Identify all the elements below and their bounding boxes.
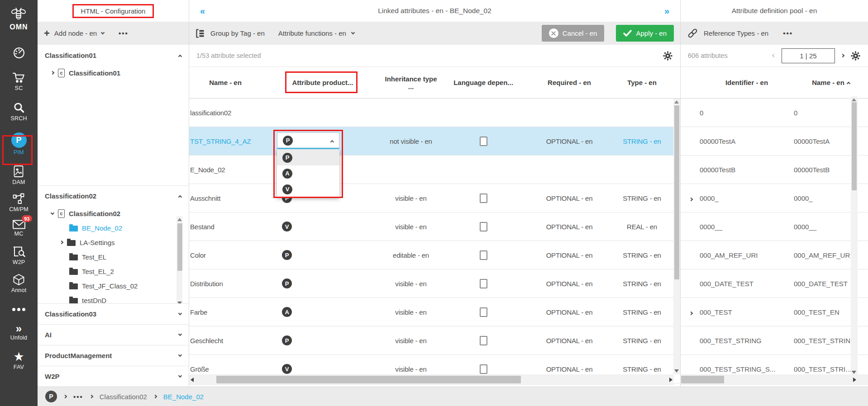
table-row[interactable]: Bestand V visible - en OPTIONAL - en REA… (189, 212, 680, 241)
collapse-right-button[interactable]: » (664, 6, 669, 16)
gear-icon[interactable] (850, 51, 861, 61)
column-header-required[interactable]: Required - en (529, 79, 610, 86)
table-row[interactable]: 000_TEST 000_TEST_EN (681, 298, 868, 326)
table-row[interactable]: Geschlecht P visible - en OPTIONAL - en … (189, 326, 680, 355)
scrollbar-thumb[interactable] (681, 376, 724, 383)
language-dependent-checkbox[interactable] (480, 194, 487, 203)
attribute-product-type-select[interactable]: P (277, 132, 339, 149)
page-next-button[interactable] (841, 54, 844, 57)
sidebar-item-w2p[interactable]: W2P (13, 246, 25, 265)
group-by-tag-button[interactable]: Group by Tag - en (210, 29, 265, 37)
reference-types-button[interactable]: Reference Types - en (704, 29, 768, 37)
table-row[interactable]: Ausschnitt P visible - en OPTIONAL - en … (189, 184, 680, 212)
table-row-selected[interactable]: TST_STRING_4_AZ not visible - en OPTIONA… (189, 127, 680, 156)
tree-item-classification02[interactable]: c Classification02 (38, 206, 189, 221)
language-dependent-checkbox[interactable] (480, 307, 487, 317)
sidebar-item-fav[interactable]: ★ FAV (13, 351, 24, 370)
accordion-ai[interactable]: AI (38, 324, 189, 345)
gear-icon[interactable] (663, 51, 673, 61)
accordion-productmanagement[interactable]: ProductManagement (38, 345, 189, 366)
tree-item-be-node-02[interactable]: BE_Node_02 (38, 221, 189, 235)
scroll-up-arrow[interactable] (674, 100, 679, 104)
tree-item-test-el[interactable]: Test_EL (38, 250, 189, 264)
attribute-functions-button[interactable]: Attribute functions - en (278, 29, 346, 37)
column-header-name[interactable]: Name - en (794, 79, 868, 86)
table-row[interactable]: Distribution P visible - en OPTIONAL - e… (189, 269, 680, 298)
language-dependent-checkbox[interactable] (480, 336, 487, 345)
expander-icon[interactable] (51, 71, 54, 75)
scroll-up-arrow[interactable] (177, 218, 182, 221)
sidebar-item-mc[interactable]: 93 MC (12, 220, 26, 237)
sidebar-item-unfold[interactable]: » Unfold (10, 324, 27, 341)
tree-scrollbar[interactable] (176, 216, 182, 303)
expander-icon[interactable] (689, 197, 693, 201)
scroll-down-arrow[interactable] (852, 371, 856, 374)
column-header-attribute-product[interactable]: Attribute product... (262, 79, 384, 86)
table-row[interactable]: 0000_ 0000_ (681, 184, 868, 212)
breadcrumb-item-classification02[interactable]: Classification02 (100, 393, 147, 401)
language-dependent-checkbox[interactable] (480, 279, 487, 288)
tree-item-classification01[interactable]: c Classification01 (38, 66, 189, 80)
table-row[interactable]: 000_TEST_STRING 000_TEST_STRIN (681, 326, 868, 355)
accordion-w2p[interactable]: W2P (38, 366, 189, 387)
column-header-name[interactable]: Name - en (189, 79, 262, 86)
sidebar-item-sc[interactable]: SC (12, 71, 26, 91)
scroll-down-arrow[interactable] (177, 302, 182, 303)
table-row[interactable]: E_Node_02 (189, 156, 680, 184)
sidebar-item-more[interactable] (12, 308, 25, 311)
table-row[interactable]: 0 0 (681, 99, 868, 127)
sidebar-item-pim[interactable]: P PIM (11, 132, 27, 156)
cancel-button[interactable]: Cancel - en (542, 25, 605, 42)
column-header-identifier[interactable]: Identifier - en (700, 79, 794, 86)
breadcrumb-item-be-node-02[interactable]: BE_Node_02 (163, 393, 204, 401)
tree-item-test-jf-class-02[interactable]: Test_JF_Class_02 (38, 279, 189, 293)
sidebar-item-dam[interactable]: DAM (12, 165, 25, 185)
table-row[interactable]: 000_AM_REF_URI 000_AM_REF_UR (681, 241, 868, 269)
table-row[interactable]: 000_DATE_TEST 000_DATE_TEST (681, 269, 868, 298)
tree-item-testdnd[interactable]: testDnD (38, 293, 189, 303)
language-dependent-checkbox[interactable] (480, 137, 487, 146)
scroll-up-arrow[interactable] (852, 98, 856, 101)
dropdown-option-a[interactable]: A (277, 165, 339, 181)
column-header-inheritance-type[interactable]: Inheritance type ... (384, 75, 438, 90)
scroll-right-arrow[interactable] (853, 378, 856, 382)
expander-icon[interactable] (689, 311, 693, 315)
column-header-type[interactable]: Type - en (610, 79, 674, 86)
tree-item-test-el-2[interactable]: Test_EL_2 (38, 264, 189, 279)
table-row[interactable]: 00000TestA 00000TestA (681, 127, 868, 156)
scrollbar-thumb[interactable] (216, 376, 521, 383)
right-horizontal-scrollbar[interactable] (681, 374, 868, 385)
table-row[interactable]: 0000__ 0000__ (681, 212, 868, 241)
middle-horizontal-scrollbar[interactable] (189, 374, 674, 385)
accordion-classification03[interactable]: Classification03 (38, 303, 189, 324)
scroll-right-arrow[interactable] (669, 378, 672, 382)
scroll-down-arrow[interactable] (674, 369, 679, 373)
pim-breadcrumb-root-icon[interactable]: P (45, 391, 57, 402)
add-node-button[interactable]: Add node - en (54, 29, 97, 37)
table-row[interactable]: Color P editable - en OPTIONAL - en STRI… (189, 241, 680, 269)
collapse-left-button[interactable]: « (200, 6, 205, 16)
language-dependent-checkbox[interactable] (480, 250, 487, 260)
scroll-left-arrow[interactable] (191, 378, 194, 382)
sidebar-item-dashboard[interactable] (12, 46, 26, 60)
apply-button[interactable]: Apply - en (616, 25, 674, 42)
sidebar-item-srch[interactable]: SRCH (10, 101, 27, 122)
language-dependent-checkbox[interactable] (480, 364, 487, 374)
scrollbar-thumb[interactable] (674, 105, 679, 279)
page-prev-button[interactable] (772, 54, 776, 57)
middle-vertical-scrollbar[interactable] (673, 99, 680, 374)
table-row[interactable]: lassification02 (189, 99, 680, 127)
language-dependent-checkbox[interactable] (480, 222, 487, 231)
sidebar-item-omn[interactable]: OMN (10, 7, 28, 31)
scrollbar-thumb[interactable] (177, 223, 182, 271)
sidebar-item-cmpm[interactable]: CM/PM (9, 193, 29, 212)
dropdown-option-p[interactable]: P (277, 150, 339, 165)
more-actions-button[interactable]: ••• (119, 29, 129, 37)
more-actions-button[interactable]: ••• (783, 29, 793, 37)
breadcrumb-ellipsis[interactable]: ••• (73, 393, 83, 401)
right-vertical-scrollbar[interactable] (851, 96, 858, 376)
expander-icon[interactable] (51, 211, 54, 214)
expander-icon[interactable] (60, 241, 63, 244)
sidebar-item-annot[interactable]: Annot (11, 274, 27, 293)
dropdown-option-v[interactable]: V (277, 181, 339, 197)
